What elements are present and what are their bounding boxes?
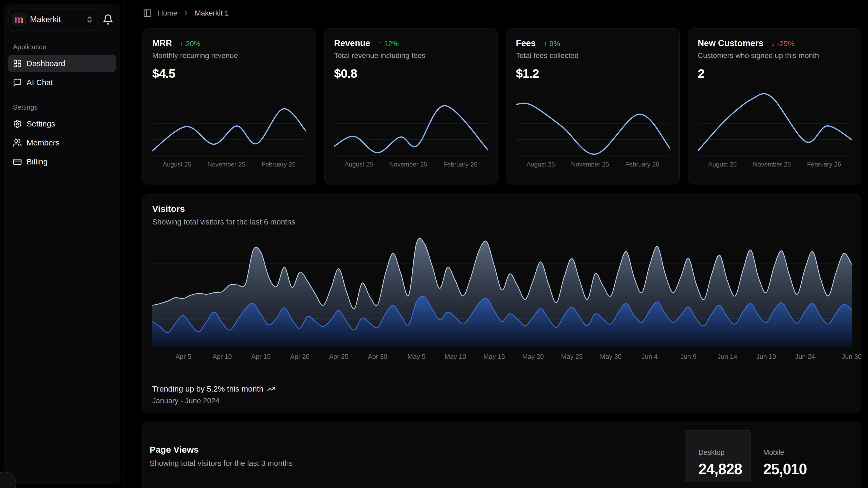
sidebar-nav-application: Dashboard AI Chat xyxy=(8,55,116,91)
stat-card-revenue: Revenue ↑ 12% Total revenue including fe… xyxy=(324,28,498,184)
x-axis-label: Apr 25 xyxy=(329,353,348,361)
breadcrumb-home[interactable]: Home xyxy=(158,9,178,18)
stat-cards-row: MRR ↑ 20% Monthly recurring revenue $4.5… xyxy=(143,28,861,184)
stat-title: Fees xyxy=(516,38,536,48)
x-axis-label: Jun 9 xyxy=(681,353,696,361)
panel-left-icon xyxy=(143,9,152,18)
stat-value: $4.5 xyxy=(152,66,306,81)
stat-value: $1.2 xyxy=(516,66,670,81)
x-axis-label: Jun 4 xyxy=(642,353,658,361)
sidebar-item-dashboard[interactable]: Dashboard xyxy=(8,55,116,72)
stat-title: Revenue xyxy=(334,38,371,48)
page-views-title: Page Views xyxy=(150,444,292,455)
arrow-down-icon: ↓ xyxy=(771,39,775,48)
gear-icon xyxy=(13,119,22,128)
sidebar: m Makerkit Application Dashboard xyxy=(0,0,124,488)
revenue-sparkline-chart xyxy=(334,88,488,159)
visitors-x-axis: Apr 5Apr 10Apr 15Apr 20Apr 25Apr 30May 5… xyxy=(152,350,852,362)
toggle-value: 25,010 xyxy=(763,460,861,478)
team-selector[interactable]: m Makerkit xyxy=(8,8,97,31)
stat-subtitle: Customers who signed up this month xyxy=(698,51,852,60)
date-range: January - June 2024 xyxy=(152,397,852,405)
sparkline-x-axis: August 25 November 25 February 26 xyxy=(516,161,670,168)
x-axis-label: November 25 xyxy=(753,161,791,168)
sparkline-x-axis: August 25 November 25 February 26 xyxy=(334,161,488,168)
visitors-card: Visitors Showing total visitors for the … xyxy=(143,195,861,413)
topbar: Home Makerkit 1 xyxy=(124,0,868,26)
page-views-card: Page Views Showing total visitors for th… xyxy=(143,422,861,488)
chevrons-up-down-icon xyxy=(86,16,93,24)
arrow-up-icon: ↑ xyxy=(544,39,547,48)
sidebar-item-label: Members xyxy=(27,138,60,147)
stat-card-fees: Fees ↑ 9% Total fees collected $1.2 Augu… xyxy=(506,28,680,184)
sidebar-item-ai-chat[interactable]: AI Chat xyxy=(8,74,116,91)
trend-badge: ↑ 9% xyxy=(544,39,560,48)
x-axis-label: May 15 xyxy=(483,353,505,361)
trend-badge: ↑ 12% xyxy=(378,39,399,48)
sidebar-item-settings[interactable]: Settings xyxy=(8,115,116,133)
x-axis-label: November 25 xyxy=(389,161,427,168)
sidebar-panel: m Makerkit Application Dashboard xyxy=(4,4,120,484)
x-axis-label: Apr 10 xyxy=(213,353,232,361)
sparkline-x-axis: August 25 November 25 February 26 xyxy=(152,161,306,168)
x-axis-label: May 20 xyxy=(522,353,544,361)
visitors-footer: Trending up by 5.2% this month January -… xyxy=(143,377,861,413)
breadcrumb-current: Makerkit 1 xyxy=(195,9,229,18)
toggle-label: Mobile xyxy=(763,449,861,457)
x-axis-label: Jun 19 xyxy=(756,353,776,361)
x-axis-label: August 25 xyxy=(708,161,737,168)
arrow-up-icon: ↑ xyxy=(180,39,184,48)
credit-card-icon xyxy=(13,157,22,166)
delta-value: 12% xyxy=(384,39,399,48)
x-axis-label: February 26 xyxy=(443,161,477,168)
x-axis-label: November 25 xyxy=(208,161,245,168)
makerkit-logo: m xyxy=(12,13,26,26)
x-axis-label: August 25 xyxy=(345,161,373,168)
page-views-toggles: Desktop 24,828 Mobile 25,010 xyxy=(685,430,861,488)
sidebar-item-billing[interactable]: Billing xyxy=(8,153,116,171)
page-views-subtitle: Showing total visitors for the last 3 mo… xyxy=(150,459,292,468)
toggle-desktop[interactable]: Desktop 24,828 xyxy=(685,430,750,482)
sidebar-toggle-button[interactable] xyxy=(143,9,152,18)
toggle-mobile[interactable]: Mobile 25,010 xyxy=(750,430,861,482)
x-axis-label: Jun 14 xyxy=(717,353,737,361)
dashboard-icon xyxy=(13,59,22,68)
x-axis-label: Jun 24 xyxy=(795,353,815,361)
stat-subtitle: Monthly recurring revenue xyxy=(152,51,306,60)
main-content: Home Makerkit 1 MRR ↑ 20% Monthly recurr… xyxy=(124,0,868,488)
sidebar-item-label: Settings xyxy=(27,119,55,128)
stat-subtitle: Total fees collected xyxy=(516,51,670,60)
x-axis-label: May 5 xyxy=(407,353,425,361)
x-axis-label: Jun 30 xyxy=(842,353,861,361)
trend-badge: ↓ -25% xyxy=(771,39,794,48)
stat-value: 2 xyxy=(698,66,852,81)
x-axis-label: Apr 15 xyxy=(251,353,271,361)
visitors-chart-area xyxy=(152,236,852,347)
x-axis-label: Apr 5 xyxy=(176,353,191,361)
sidebar-item-members[interactable]: Members xyxy=(8,134,116,151)
mrr-sparkline-chart xyxy=(152,88,306,159)
section-label-application: Application xyxy=(13,43,116,51)
logo-letter: m xyxy=(14,15,24,25)
delta-value: -25% xyxy=(777,39,794,48)
stat-subtitle: Total revenue including fees xyxy=(334,51,488,60)
x-axis-label: Apr 30 xyxy=(368,353,388,361)
x-axis-label: May 30 xyxy=(600,353,621,361)
x-axis-label: Apr 20 xyxy=(290,353,310,361)
stat-card-new-customers: New Customers ↓ -25% Customers who signe… xyxy=(688,28,862,184)
stat-value: $0.8 xyxy=(334,66,488,81)
x-axis-label: August 25 xyxy=(526,161,555,168)
stat-title: New Customers xyxy=(698,38,764,48)
breadcrumb: Home Makerkit 1 xyxy=(158,9,229,18)
notifications-button[interactable] xyxy=(100,11,116,27)
fees-sparkline-chart xyxy=(516,88,670,159)
toggle-label: Desktop xyxy=(699,449,750,457)
sidebar-item-label: Dashboard xyxy=(27,59,65,68)
x-axis-label: May 10 xyxy=(444,353,466,361)
toggle-value: 24,828 xyxy=(699,460,750,478)
chevron-right-icon xyxy=(183,10,190,17)
stat-card-mrr: MRR ↑ 20% Monthly recurring revenue $4.5… xyxy=(143,28,316,184)
x-axis-label: August 25 xyxy=(163,161,191,168)
sparkline-x-axis: August 25 November 25 February 26 xyxy=(698,161,852,168)
sidebar-nav-settings: Settings Members Billing xyxy=(8,115,116,171)
